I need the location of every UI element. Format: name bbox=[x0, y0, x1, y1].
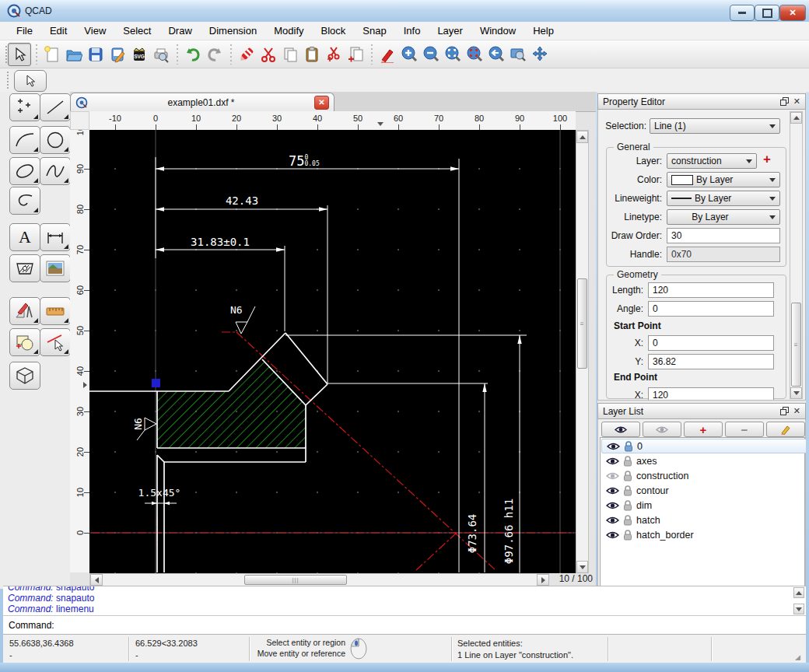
menu-help[interactable]: Help bbox=[524, 23, 562, 39]
linetype-combobox[interactable]: By Layer bbox=[667, 209, 780, 225]
cut-button[interactable] bbox=[257, 44, 279, 65]
layer-lock-icon[interactable] bbox=[623, 515, 632, 526]
copy-with-reference-button[interactable] bbox=[345, 44, 366, 65]
pointer-tool-button[interactable] bbox=[14, 70, 47, 92]
color-combobox[interactable]: By Layer bbox=[667, 172, 780, 187]
menu-view[interactable]: View bbox=[75, 23, 114, 39]
menu-file[interactable]: File bbox=[8, 23, 41, 39]
layer-row-0[interactable]: 0 bbox=[601, 439, 807, 453]
drawing-canvas[interactable]: 75 0 0.05 42.43 31.83±0.1 1.5x45° Φ73.64… bbox=[89, 130, 576, 573]
pan-button[interactable] bbox=[529, 44, 551, 65]
polyline-tool-button[interactable] bbox=[9, 187, 40, 215]
vertical-scroll-thumb[interactable]: ≡ bbox=[577, 278, 587, 369]
edit-layer-button[interactable] bbox=[766, 422, 805, 437]
close-panel-button[interactable]: ✕ bbox=[793, 406, 800, 416]
angle-field[interactable]: 0 bbox=[648, 301, 774, 317]
zoom-out-button[interactable] bbox=[420, 44, 442, 65]
end-x-field[interactable]: 120 bbox=[648, 387, 774, 401]
float-panel-button[interactable] bbox=[780, 407, 789, 415]
layer-row-hatch[interactable]: hatch bbox=[601, 513, 807, 527]
add-layer-inline-button[interactable]: + bbox=[763, 152, 771, 167]
layer-visible-icon[interactable] bbox=[606, 486, 619, 495]
scroll-up-button[interactable] bbox=[576, 131, 588, 143]
document-tab[interactable]: example01.dxf * ✕ bbox=[70, 93, 334, 111]
menu-info[interactable]: Info bbox=[395, 23, 429, 39]
scroll-down-button[interactable] bbox=[790, 387, 802, 399]
selection-tool-button[interactable] bbox=[8, 43, 31, 66]
horizontal-scroll-thumb[interactable]: ||| bbox=[244, 575, 347, 585]
redo-button[interactable] bbox=[204, 44, 226, 65]
arc-tool-button[interactable] bbox=[9, 126, 40, 154]
ellipse-tool-button[interactable] bbox=[9, 157, 40, 185]
history-scroll-up-button[interactable] bbox=[793, 587, 804, 598]
paste-button[interactable] bbox=[301, 44, 323, 65]
layer-visible-icon[interactable] bbox=[606, 516, 619, 525]
layer-row-construction[interactable]: construction bbox=[601, 468, 807, 483]
menu-block[interactable]: Block bbox=[313, 23, 355, 39]
layer-hidden-icon[interactable] bbox=[606, 471, 619, 481]
point-tool-button[interactable] bbox=[9, 93, 40, 121]
open-file-button[interactable] bbox=[63, 44, 85, 65]
layer-row-contour[interactable]: contour bbox=[601, 483, 807, 498]
menu-layer[interactable]: Layer bbox=[429, 23, 471, 39]
resize-grip[interactable]: ◢ bbox=[795, 653, 800, 661]
lineweight-combobox[interactable]: By Layer bbox=[667, 191, 780, 206]
auto-zoom-button[interactable] bbox=[442, 44, 464, 65]
menu-edit[interactable]: Edit bbox=[41, 23, 75, 39]
start-x-field[interactable]: 0 bbox=[648, 335, 774, 351]
scroll-left-button[interactable] bbox=[90, 574, 103, 586]
hide-all-layers-button[interactable] bbox=[643, 422, 681, 437]
layer-lock-icon[interactable] bbox=[623, 485, 632, 496]
menu-modify[interactable]: Modify bbox=[265, 23, 312, 39]
menu-snap[interactable]: Snap bbox=[354, 23, 394, 39]
remove-layer-button[interactable]: − bbox=[725, 422, 764, 437]
show-all-layers-button[interactable] bbox=[601, 422, 640, 437]
command-history[interactable]: Command: snapauto Command: snapauto Comm… bbox=[3, 586, 806, 616]
image-tool-button[interactable] bbox=[40, 254, 71, 282]
layer-lock-icon[interactable] bbox=[624, 441, 633, 452]
cut-with-reference-button[interactable] bbox=[323, 44, 345, 65]
modify-shapes-tool-button[interactable] bbox=[9, 328, 40, 356]
scroll-right-button[interactable] bbox=[537, 574, 549, 586]
dimension-tool-button[interactable] bbox=[40, 223, 71, 251]
menu-window[interactable]: Window bbox=[471, 23, 524, 39]
print-preview-button[interactable] bbox=[150, 44, 172, 65]
draw-pencil-button[interactable] bbox=[376, 44, 398, 65]
layer-row-axes[interactable]: axes bbox=[601, 453, 807, 468]
view-3d-tool-button[interactable] bbox=[9, 362, 40, 390]
previous-view-button[interactable] bbox=[485, 44, 507, 65]
close-button[interactable]: ✕ bbox=[779, 5, 806, 21]
scroll-down-button[interactable] bbox=[576, 561, 588, 573]
measure-tool-button[interactable] bbox=[40, 297, 71, 325]
layer-lock-icon[interactable] bbox=[623, 456, 632, 467]
history-scroll-down-button[interactable] bbox=[793, 604, 804, 614]
menu-dimension[interactable]: Dimension bbox=[201, 23, 265, 39]
new-file-button[interactable] bbox=[41, 44, 63, 65]
selection-reference-handle[interactable] bbox=[152, 379, 160, 387]
line-tool-button[interactable] bbox=[40, 93, 71, 121]
float-panel-button[interactable] bbox=[780, 97, 789, 106]
scroll-thumb[interactable]: ≡ bbox=[791, 303, 801, 387]
copy-button[interactable] bbox=[279, 44, 301, 65]
zoom-selection-button[interactable] bbox=[464, 44, 485, 65]
maximize-button[interactable] bbox=[755, 5, 779, 21]
length-field[interactable]: 120 bbox=[648, 282, 774, 298]
layer-visible-icon[interactable] bbox=[607, 442, 620, 451]
erase-button[interactable] bbox=[236, 44, 257, 65]
modify-tool-button[interactable] bbox=[40, 328, 71, 356]
start-y-field[interactable]: 36.82 bbox=[648, 354, 774, 369]
save-as-button[interactable] bbox=[107, 44, 128, 65]
command-input[interactable]: Command: bbox=[3, 615, 806, 634]
layer-lock-icon[interactable] bbox=[623, 500, 632, 511]
selection-combobox[interactable]: Line (1) bbox=[650, 118, 780, 134]
layer-lock-icon[interactable] bbox=[623, 471, 632, 481]
text-tool-button[interactable]: A bbox=[9, 223, 40, 251]
scroll-up-button[interactable] bbox=[790, 112, 802, 124]
layer-combobox[interactable]: construction bbox=[667, 153, 757, 169]
spline-tool-button[interactable] bbox=[40, 157, 71, 185]
minimize-button[interactable] bbox=[730, 5, 755, 21]
layer-lock-icon[interactable] bbox=[623, 530, 632, 541]
close-panel-button[interactable]: ✕ bbox=[793, 96, 800, 107]
hatch-tool-button[interactable] bbox=[9, 254, 40, 282]
canvas-vertical-scrollbar[interactable]: ≡ bbox=[576, 130, 589, 573]
